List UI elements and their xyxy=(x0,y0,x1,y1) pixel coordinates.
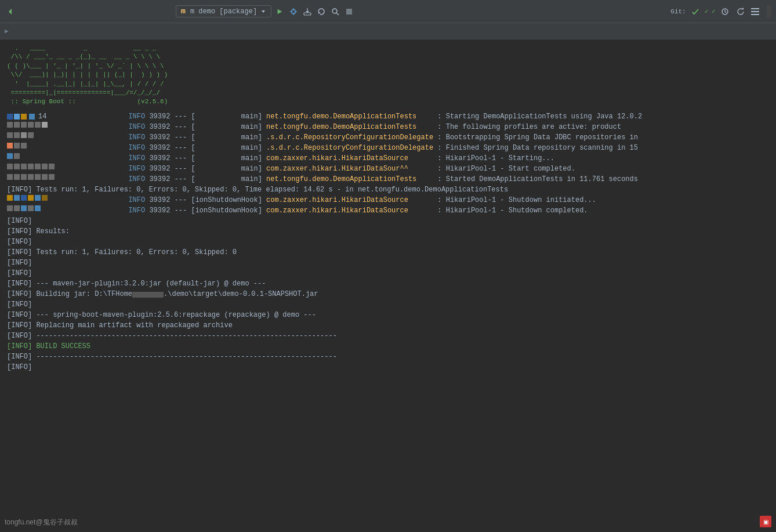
main-area: . ____ _ __ _ _ /\\ / ___'_ __ _ _(_)_ _… xyxy=(0,39,776,532)
toolbar-left xyxy=(5,6,16,17)
color-sq xyxy=(21,174,27,180)
color-sq xyxy=(7,164,13,169)
log-plain-21: [INFO] Replacing main artifact with repa… xyxy=(7,320,769,331)
svg-marker-11 xyxy=(318,12,321,14)
svg-line-17 xyxy=(725,12,726,13)
color-sq xyxy=(35,205,41,211)
svg-rect-8 xyxy=(304,13,311,15)
log-line-10: INFO 39392 --- [ionShutdownHook] com.zax… xyxy=(7,205,769,216)
color-sq xyxy=(21,132,27,138)
color-sq xyxy=(28,205,34,211)
color-sq xyxy=(14,164,20,169)
color-sq xyxy=(7,132,13,138)
log-plain-25: [INFO] xyxy=(7,362,769,372)
color-sq xyxy=(14,174,20,180)
svg-rect-14 xyxy=(346,9,352,15)
build-button[interactable] xyxy=(302,6,313,17)
color-sq xyxy=(49,164,55,169)
git-rollback-icon[interactable] xyxy=(734,6,746,17)
color-sq xyxy=(35,174,41,180)
color-sq xyxy=(42,164,48,169)
color-sq xyxy=(42,195,48,201)
color-sq xyxy=(35,122,41,128)
color-sq xyxy=(7,195,13,201)
log-text-7: INFO 39392 --- [ main] net.tongfu.demo.D… xyxy=(120,174,638,184)
color-sq xyxy=(14,153,20,159)
log-plain-17: [INFO] --- maven-jar-plugin:3.2.0:jar (d… xyxy=(7,278,769,289)
color-sq xyxy=(21,143,27,149)
breadcrumb: ▶ xyxy=(5,27,9,35)
svg-rect-19 xyxy=(751,8,759,9)
svg-marker-1 xyxy=(262,10,265,13)
log-text-2: INFO 39392 --- [ main] net.tongfu.demo.D… xyxy=(120,122,621,132)
log-line-5: INFO 39392 --- [ main] com.zaxxer.hikari… xyxy=(7,153,769,164)
color-sq xyxy=(28,132,34,138)
svg-rect-20 xyxy=(751,11,759,12)
log-line-3: INFO 39392 --- [ main] .s.d.r.c.Reposito… xyxy=(7,132,769,143)
run-button[interactable] xyxy=(274,6,285,17)
git-commit-icon[interactable] xyxy=(690,6,701,17)
git-label: Git: xyxy=(670,8,686,15)
color-sq xyxy=(14,143,20,149)
color-sq xyxy=(49,174,55,180)
log-plain-build-success: [INFO] BUILD SUCCESS xyxy=(7,341,769,352)
color-sq xyxy=(21,114,27,120)
log-text-10: INFO 39392 --- [ionShutdownHook] com.zax… xyxy=(120,205,588,216)
git-check-1: ✓ xyxy=(705,8,709,15)
svg-marker-2 xyxy=(278,9,282,14)
color-sq xyxy=(7,205,13,211)
project-dropdown[interactable]: m m demo [package] xyxy=(176,5,271,17)
log-plain-24: [INFO] ---------------------------------… xyxy=(7,352,769,362)
color-sq xyxy=(42,174,48,180)
color-sq xyxy=(42,122,48,128)
watermark-text: tongfu.net@鬼谷子叔叔 xyxy=(5,518,78,526)
log-line-7: INFO 39392 --- [ main] net.tongfu.demo.D… xyxy=(7,174,769,184)
color-sq xyxy=(7,153,13,159)
color-sq xyxy=(28,122,34,128)
svg-line-13 xyxy=(336,13,339,15)
project-name: m demo [package] xyxy=(190,8,257,16)
svg-marker-18 xyxy=(742,8,744,10)
color-sq xyxy=(21,164,27,169)
second-bar: ▶ xyxy=(0,23,776,39)
log-line-6: INFO 39392 --- [ main] com.zaxxer.hikari… xyxy=(7,164,769,174)
log-plain-16: [INFO] xyxy=(7,268,769,278)
log-line-9: INFO 39392 --- [ionShutdownHook] com.zax… xyxy=(7,195,769,205)
log-plain-14: [INFO] Tests run: 1, Failures: 0, Errors… xyxy=(7,247,769,258)
stop-button[interactable] xyxy=(343,6,355,17)
spring-boot-banner: . ____ _ __ _ _ /\\ / ___'_ __ _ _(_)_ _… xyxy=(7,44,769,107)
debug-button[interactable] xyxy=(288,6,299,17)
svg-marker-0 xyxy=(9,9,12,15)
color-sq xyxy=(28,174,34,180)
main-toolbar: m m demo [package] xyxy=(0,0,776,23)
bottom-right-icon: ▣ xyxy=(760,516,771,527)
log-text-9: INFO 39392 --- [ionShutdownHook] com.zax… xyxy=(120,195,596,205)
toolbar-center: m m demo [package] xyxy=(176,5,355,17)
color-sq xyxy=(14,205,20,211)
log-text-1: INFO 39392 --- [ main] net.tongfu.demo.D… xyxy=(120,111,642,122)
reload-button[interactable] xyxy=(316,6,327,17)
watermark: tongfu.net@鬼谷子叔叔 ▣ xyxy=(5,517,78,527)
svg-rect-3 xyxy=(292,10,295,13)
search-button[interactable] xyxy=(329,6,341,17)
log-text-6: INFO 39392 --- [ main] com.zaxxer.hikari… xyxy=(120,164,575,174)
color-sq xyxy=(28,195,34,201)
back-icon[interactable] xyxy=(5,6,16,17)
log-text-5: INFO 39392 --- [ main] com.zaxxer.hikari… xyxy=(120,153,554,164)
color-sq xyxy=(21,205,27,211)
log-text-3: INFO 39392 --- [ main] .s.d.r.c.Reposito… xyxy=(120,132,638,143)
color-sq xyxy=(35,164,41,169)
log-plain-15: [INFO] xyxy=(7,258,769,268)
color-sq xyxy=(14,114,20,120)
log-plain-12: [INFO] Results: xyxy=(7,226,769,237)
color-sq xyxy=(14,132,20,138)
color-sq xyxy=(35,195,41,201)
color-sq xyxy=(14,122,20,128)
log-plain-8: [INFO] Tests run: 1, Failures: 0, Errors… xyxy=(7,184,769,195)
git-history-icon[interactable] xyxy=(719,6,731,17)
more-options-icon[interactable] xyxy=(749,6,761,17)
svg-rect-21 xyxy=(751,14,759,15)
log-line-4: INFO 39392 --- [ main] .s.d.r.c.Reposito… xyxy=(7,143,769,153)
scrollbar-handle[interactable] xyxy=(767,5,771,19)
log-line-1: 14 INFO 39392 --- [ main] net.tongfu.dem… xyxy=(7,111,769,122)
